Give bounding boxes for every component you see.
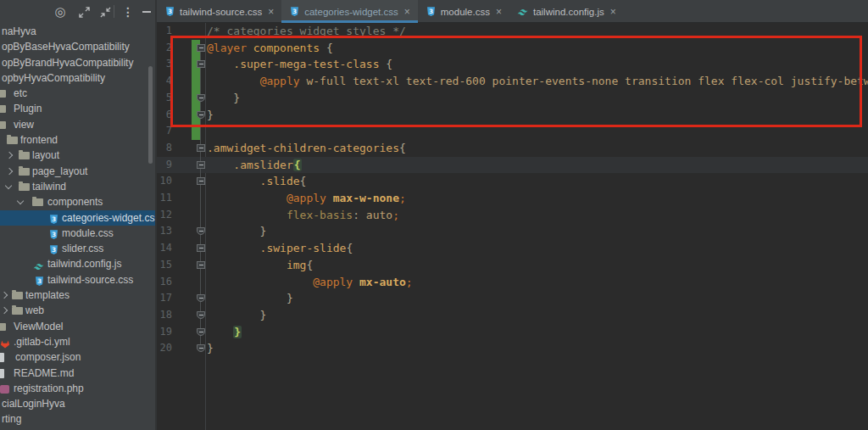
code-text: flex-basis: auto; (207, 209, 399, 222)
tree-item-label: layout (32, 149, 59, 161)
code-text: .amslider{ (207, 159, 302, 172)
tree-item-cialloginhyva[interactable]: cialLoginHyva (0, 396, 155, 411)
fold-start-icon[interactable] (197, 161, 205, 169)
tree-item-registration-php[interactable]: registration.php (0, 381, 155, 396)
fold-start-icon[interactable] (197, 144, 205, 152)
code-line[interactable]: 5 } (157, 90, 868, 107)
chevron-right-icon[interactable] (1, 292, 8, 299)
tree-item-composer-json[interactable]: composer.json (0, 349, 155, 365)
code-editor[interactable]: 1/* categories widget styles */2@layer c… (157, 23, 868, 430)
tree-item-rting[interactable]: rting (0, 411, 155, 427)
gitlab-icon (0, 337, 10, 349)
fold-start-icon[interactable] (197, 177, 205, 185)
tree-item-etc[interactable]: etc (0, 86, 155, 101)
tree-item-label: page_layout (32, 165, 87, 177)
tree-item-nahyva[interactable]: naHyva (0, 24, 155, 39)
folder-icon (12, 307, 23, 315)
chevron-down-icon[interactable] (5, 182, 12, 189)
tree-item-page-layout[interactable]: page_layout (0, 164, 155, 179)
tree-item-module-css[interactable]: 3module.css (0, 226, 155, 241)
tree-item-opbybasehyvacompatibility[interactable]: opByBaseHyvaCompatibility (0, 39, 155, 54)
tab-tailwind-source-css[interactable]: 3tailwind-source.css× (157, 0, 281, 23)
tree-item-readme-md[interactable]: README.md (0, 366, 155, 381)
fold-start-icon[interactable] (197, 244, 205, 252)
close-icon[interactable]: × (404, 6, 410, 18)
fold-end-icon[interactable] (197, 328, 205, 336)
tree-item-opbyhyvacompatibility[interactable]: opbyHyvaCompatibility (0, 70, 155, 86)
tree-item-label: composer.json (15, 351, 81, 363)
code-line[interactable]: 3 .super-mega-test-class { (157, 56, 868, 73)
chevron-right-icon[interactable] (6, 167, 13, 174)
code-line[interactable]: 2@layer components { (157, 40, 868, 57)
folder-icon (19, 168, 30, 176)
line-number: 8 (157, 142, 172, 154)
tree-item-viewmodel[interactable]: ViewModel (0, 319, 155, 334)
code-line[interactable]: 9 .amslider{ (157, 157, 868, 174)
toolbar-divider (114, 5, 114, 18)
code-line[interactable]: 14 .swiper-slide{ (157, 240, 868, 257)
tree-item--gitlab-ci-yml[interactable]: .gitlab-ci.yml (0, 334, 155, 349)
line-number: 12 (157, 209, 172, 221)
code-text: } (207, 292, 293, 305)
code-line[interactable]: 17 } (157, 290, 868, 307)
fold-end-icon[interactable] (197, 311, 205, 319)
code-line[interactable]: 1/* categories widget styles */ (157, 23, 868, 40)
line-number: 11 (157, 192, 172, 204)
close-icon[interactable]: × (496, 6, 502, 18)
tree-item-web[interactable]: web (0, 303, 155, 318)
more-options-icon[interactable]: ⋮ (120, 4, 136, 20)
code-line[interactable]: 10 .slide{ (157, 173, 868, 190)
code-line[interactable]: 12 flex-basis: auto; (157, 207, 868, 224)
tree-item-tailwind-config-js[interactable]: tailwind.config.js (0, 256, 155, 271)
code-line[interactable]: 7 (157, 123, 868, 140)
close-icon[interactable]: × (268, 6, 274, 18)
tree-item-plugin[interactable]: Plugin (0, 101, 155, 116)
hide-panel-icon[interactable] (139, 4, 154, 20)
tree-item-label: ViewModel (14, 321, 63, 332)
chevron-right-icon[interactable] (1, 307, 8, 314)
tree-item-slider-css[interactable]: 3slider.css (0, 241, 155, 256)
fold-end-icon[interactable] (197, 111, 205, 119)
tree-item-tailwind[interactable]: tailwind (0, 179, 155, 194)
tree-item-layout[interactable]: layout (0, 148, 155, 163)
fold-end-icon[interactable] (197, 227, 205, 235)
code-line[interactable]: 18 } (157, 307, 868, 324)
close-icon[interactable]: × (610, 6, 616, 18)
tree-item-label: module.css (62, 227, 114, 239)
tab-tailwind-config-js[interactable]: tailwind.config.js× (509, 0, 624, 23)
fold-start-icon[interactable] (197, 60, 205, 68)
code-line[interactable]: 19 } (157, 324, 868, 341)
code-line[interactable]: 20} (157, 340, 868, 357)
svg-text:3: 3 (429, 8, 433, 15)
fold-end-icon[interactable] (197, 94, 205, 102)
tree-item-tailwind-source-css[interactable]: 3tailwind-source.css (0, 272, 155, 288)
tree-item-frontend[interactable]: frontend (0, 132, 155, 148)
fold-end-icon[interactable] (197, 294, 205, 302)
tree-item-opbybrandhyvacompatibility[interactable]: opByBrandHyvaCompatibility (0, 55, 155, 70)
project-panel: ◎⋮ naHyvaopByBaseHyvaCompatibilityopByBr… (0, 0, 155, 430)
code-line[interactable]: 8.amwidget-children-categories{ (157, 140, 868, 157)
tree-item-categories-widget-css[interactable]: 3categories-widget.css (0, 210, 155, 226)
tree-item-view[interactable]: view (0, 117, 155, 132)
code-line[interactable]: 15 img{ (157, 257, 868, 274)
fold-end-icon[interactable] (197, 344, 205, 352)
collapse-all-icon[interactable] (97, 4, 113, 20)
tree-item-templates[interactable]: templates (0, 288, 155, 303)
chevron-right-icon[interactable] (6, 152, 13, 159)
tab-module-css[interactable]: 3module.css× (418, 0, 509, 23)
tree-item-label: tailwind (32, 181, 66, 193)
code-line[interactable]: 4 @apply w-full text-xl text-red-600 poi… (157, 73, 868, 90)
locate-target-icon[interactable]: ◎ (53, 4, 68, 20)
code-text: @apply w-full text-xl text-red-600 point… (207, 75, 868, 88)
fold-start-icon[interactable] (197, 261, 205, 269)
code-line[interactable]: 6} (157, 107, 868, 124)
code-line[interactable]: 16 @apply mx-auto; (157, 274, 868, 291)
tree-item-components[interactable]: components (0, 194, 155, 209)
expand-all-icon[interactable] (76, 4, 92, 20)
fold-start-icon[interactable] (197, 44, 205, 52)
code-line[interactable]: 11 @apply max-w-none; (157, 190, 868, 207)
project-tree-scrollbar[interactable] (148, 66, 153, 164)
tab-categories-widget-css[interactable]: 3categories-widget.css× (281, 0, 418, 23)
chevron-down-icon[interactable] (17, 198, 24, 204)
code-line[interactable]: 13 } (157, 223, 868, 240)
